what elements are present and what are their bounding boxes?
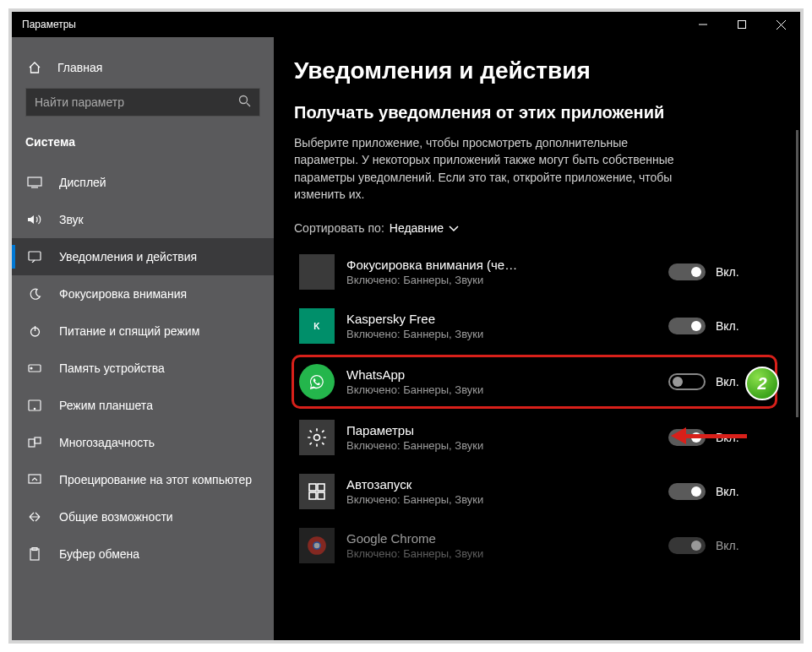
app-row-settings[interactable]: Параметры Включено: Баннеры, Звуки Вкл. [294,410,775,465]
app-name: Автозапуск [346,477,524,492]
search-box[interactable] [25,88,260,117]
main-content: Уведомления и действия Получать уведомле… [274,37,800,640]
project-icon [25,474,44,486]
toggle-label: Вкл. [716,539,739,552]
app-row-focus-assist[interactable]: Фокусировка внимания (через… Включено: Б… [294,245,775,299]
close-button[interactable] [761,12,800,37]
svg-rect-8 [29,252,41,260]
sort-by[interactable]: Сортировать по: Недавние [294,221,775,235]
toggle-label: Вкл. [716,265,739,279]
svg-line-5 [247,103,250,106]
sort-value: Недавние [390,221,444,235]
sidebar-item-sound[interactable]: Звук [12,201,274,238]
sidebar-item-label: Фокусировка внимания [59,287,187,301]
window-controls [684,12,800,37]
app-sub: Включено: Баннеры, Звуки [346,439,657,452]
sidebar-item-clipboard[interactable]: Буфер обмена [12,535,274,573]
sidebar-item-multitasking[interactable]: Многозадачность [12,424,274,461]
app-row-kaspersky[interactable]: K Kaspersky Free Включено: Баннеры, Звук… [294,299,775,353]
shared-icon [25,511,44,523]
app-name: Google Chrome [346,531,524,546]
sidebar-item-shared[interactable]: Общие возможности [12,498,274,535]
svg-point-28 [314,543,320,549]
sidebar-item-label: Режим планшета [59,399,153,412]
chevron-down-icon [449,221,459,235]
svg-rect-25 [318,492,324,499]
svg-rect-22 [309,484,316,491]
app-icon: K [299,308,335,344]
home-icon [25,61,44,74]
notifications-icon [25,251,44,263]
svg-point-21 [314,435,320,441]
tablet-icon [25,399,44,411]
sidebar-item-label: Память устройства [59,361,165,375]
sidebar: Главная Система Дисплей [12,37,274,640]
toggle-label: Вкл. [716,319,739,333]
storage-icon [25,362,44,374]
svg-rect-16 [35,437,41,443]
sidebar-item-label: Многозадачность [59,436,155,449]
sidebar-item-label: Питание и спящий режим [59,324,199,338]
sort-label: Сортировать по: [294,221,384,235]
sidebar-home[interactable]: Главная [12,54,274,88]
settings-window: Параметры Главная [8,8,804,644]
app-name: Параметры [346,423,524,437]
power-icon [25,325,44,338]
sidebar-item-display[interactable]: Дисплей [12,164,274,201]
sidebar-item-label: Дисплей [59,176,106,189]
section-description: Выберите приложение, чтобы просмотреть д… [294,134,691,203]
app-icon [299,254,335,290]
svg-point-4 [240,96,248,104]
app-list: Фокусировка внимания (через… Включено: Б… [294,245,775,573]
app-name: Kaspersky Free [346,312,524,326]
svg-rect-1 [738,21,746,29]
sidebar-item-label: Уведомления и действия [59,250,197,264]
app-sub: Включено: Баннеры, Звуки [346,547,657,560]
toggle[interactable] [668,483,706,500]
app-row-autoplay[interactable]: Автозапуск Включено: Баннеры, Звуки Вкл. [294,465,775,519]
svg-rect-15 [29,439,35,447]
minimize-button[interactable] [684,12,722,37]
toggle[interactable] [668,373,706,390]
app-sub: Включено: Баннеры, Звуки [346,328,657,340]
sidebar-item-notifications[interactable]: Уведомления и действия [12,238,274,275]
sidebar-item-power[interactable]: Питание и спящий режим [12,312,274,350]
chrome-icon [299,528,335,563]
window-title: Параметры [22,19,76,30]
moon-icon [25,288,44,301]
toggle-label: Вкл. [716,431,739,444]
toggle[interactable] [668,318,706,334]
app-row-whatsapp[interactable]: WhatsApp Включено: Баннеры, Звуки Вкл. [292,355,777,409]
whatsapp-icon [299,364,335,399]
svg-point-12 [30,367,32,369]
svg-rect-23 [318,484,324,491]
app-row-chrome[interactable]: Google Chrome Включено: Баннеры, Звуки В… [294,519,775,573]
display-icon [25,177,44,188]
search-icon [238,95,251,110]
svg-rect-17 [29,475,41,483]
page-title: Уведомления и действия [294,57,775,84]
toggle[interactable] [668,429,706,446]
svg-point-20 [306,371,328,393]
app-sub: Включено: Баннеры, Звуки [346,274,657,286]
search-input[interactable] [35,95,238,109]
toggle[interactable] [668,264,706,280]
toggle[interactable] [668,537,706,554]
titlebar: Параметры [12,12,800,37]
sidebar-item-projecting[interactable]: Проецирование на этот компьютер [12,461,274,498]
scrollbar[interactable] [796,130,798,417]
sidebar-item-label: Звук [59,213,84,226]
maximize-button[interactable] [722,12,761,37]
clipboard-icon [25,547,44,561]
sidebar-item-storage[interactable]: Память устройства [12,350,274,387]
gear-icon [299,420,335,455]
sidebar-item-label: Общие возможности [59,510,173,524]
svg-rect-24 [309,492,316,499]
app-name: WhatsApp [346,367,524,382]
sidebar-item-focus-assist[interactable]: Фокусировка внимания [12,275,274,312]
sidebar-item-tablet[interactable]: Режим планшета [12,387,274,424]
app-name: Фокусировка внимания (через… [346,258,524,272]
multitask-icon [25,437,44,448]
svg-point-14 [34,408,35,409]
svg-rect-6 [28,177,41,186]
